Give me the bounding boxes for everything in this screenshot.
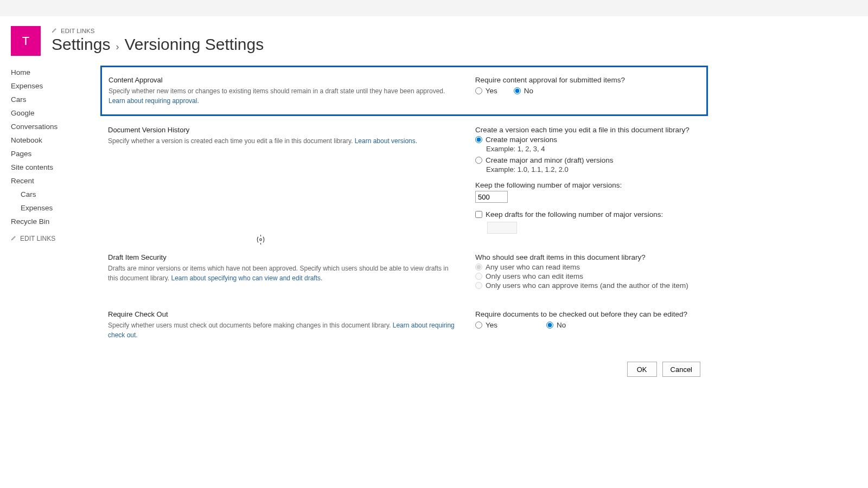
page-title: Versioning Settings [124,35,264,54]
keep-major-label: Keep the following number of major versi… [475,181,700,189]
approval-no-option[interactable]: No [514,87,533,95]
chevron-right-icon: › [116,41,119,53]
draft-approve-radio [475,282,482,289]
version-major-option[interactable]: Create major versions [475,136,700,144]
approval-question: Require content approval for submitted i… [475,76,700,84]
ok-button[interactable]: OK [627,362,657,377]
sidebar-item-recent[interactable]: Recent [11,174,95,188]
version-minor-option[interactable]: Create major and minor (draft) versions [475,156,700,164]
sidebar-item-recycle-bin[interactable]: Recycle Bin [11,215,95,228]
draft-edit-radio [475,273,482,280]
keep-drafts-checkbox[interactable] [475,211,482,218]
keep-drafts-label: Keep drafts for the following number of … [486,210,663,219]
edit-links-sidebar[interactable]: EDIT LINKS [11,235,95,242]
page-header: T EDIT LINKS Settings › Versioning Setti… [11,26,857,56]
section-draft-security: Draft Item Security Drafts are minor ver… [100,243,708,300]
approval-no-radio[interactable] [514,87,521,94]
suite-bar [0,0,868,16]
keep-drafts-option[interactable]: Keep drafts for the following number of … [475,210,700,219]
button-row: OK Cancel [100,362,708,377]
section-description: Specify whether a version is created eac… [108,136,459,146]
main-content: Content Approval Specify whether new ite… [100,66,708,377]
checkout-yes-radio[interactable] [475,322,482,329]
draft-read-label: Any user who can read items [486,263,580,271]
version-major-radio[interactable] [475,136,482,143]
sidebar-item-notebook[interactable]: Notebook [11,133,95,147]
checkout-no-option[interactable]: No [546,321,566,329]
draft-edit-option[interactable]: Only users who can edit items [475,272,700,280]
section-version-history: Document Version History Specify whether… [100,116,708,243]
draft-edit-label: Only users who can edit items [486,272,583,280]
section-description: Drafts are minor versions or items which… [108,264,459,283]
checkout-no-label: No [557,321,566,329]
checkout-yes-label: Yes [486,321,497,329]
section-description: Specify whether new items or changes to … [108,86,459,106]
edit-links-top[interactable]: EDIT LINKS [52,27,264,34]
version-major-example: Example: 1, 2, 3, 4 [486,145,700,153]
learn-drafts-link[interactable]: Learn about specifying who can view and … [171,274,323,282]
approval-yes-option[interactable]: Yes [475,87,497,95]
draft-approve-label: Only users who can approve items (and th… [486,281,688,290]
draft-read-option[interactable]: Any user who can read items [475,263,700,271]
sidebar-item-site-contents[interactable]: Site contents [11,160,95,174]
version-major-label: Create major versions [486,136,557,144]
section-title: Require Check Out [108,310,459,318]
section-content-approval: Content Approval Specify whether new ite… [100,66,708,116]
learn-versions-link[interactable]: Learn about versions. [355,137,417,145]
sidebar-item-recent-cars[interactable]: Cars [11,188,95,201]
breadcrumb: Settings › Versioning Settings [52,35,264,54]
version-minor-radio[interactable] [475,157,482,164]
keep-major-input[interactable] [475,191,508,203]
pencil-icon [11,235,17,242]
sidebar-item-conversations[interactable]: Conversations [11,120,95,133]
draft-read-radio [475,264,482,271]
breadcrumb-parent[interactable]: Settings [52,35,110,54]
site-logo[interactable]: T [11,26,41,56]
edit-links-sidebar-label: EDIT LINKS [20,235,55,242]
edit-links-label: EDIT LINKS [61,28,94,34]
section-title: Content Approval [108,76,459,84]
checkout-question: Require documents to be checked out befo… [475,310,700,318]
sidebar-item-home[interactable]: Home [11,66,95,79]
approval-no-label: No [524,87,533,95]
cancel-button[interactable]: Cancel [662,362,700,377]
sidebar-item-pages[interactable]: Pages [11,147,95,160]
section-description: Specify whether users must check out doc… [108,320,459,340]
approval-yes-label: Yes [486,87,497,95]
sidebar-item-cars[interactable]: Cars [11,93,95,106]
checkout-yes-option[interactable]: Yes [475,321,497,329]
keep-drafts-input [487,222,517,234]
version-minor-example: Example: 1.0, 1.1, 1.2, 2.0 [486,165,700,174]
section-checkout: Require Check Out Specify whether users … [100,300,708,350]
draft-question: Who should see draft items in this docum… [475,253,700,261]
version-minor-label: Create major and minor (draft) versions [486,156,614,164]
sidebar-item-google[interactable]: Google [11,106,95,120]
pencil-icon [52,27,58,34]
learn-approval-link[interactable]: Learn about requiring approval. [108,97,199,105]
approval-yes-radio[interactable] [475,87,482,94]
sidebar: Home Expenses Cars Google Conversations … [11,66,100,377]
draft-approve-option[interactable]: Only users who can approve items (and th… [475,281,700,290]
version-question: Create a version each time you edit a fi… [475,126,700,134]
sidebar-item-recent-expenses[interactable]: Expenses [11,201,95,215]
section-title: Document Version History [108,126,459,134]
sidebar-item-expenses[interactable]: Expenses [11,79,95,93]
checkout-no-radio[interactable] [546,322,553,329]
section-title: Draft Item Security [108,253,459,261]
